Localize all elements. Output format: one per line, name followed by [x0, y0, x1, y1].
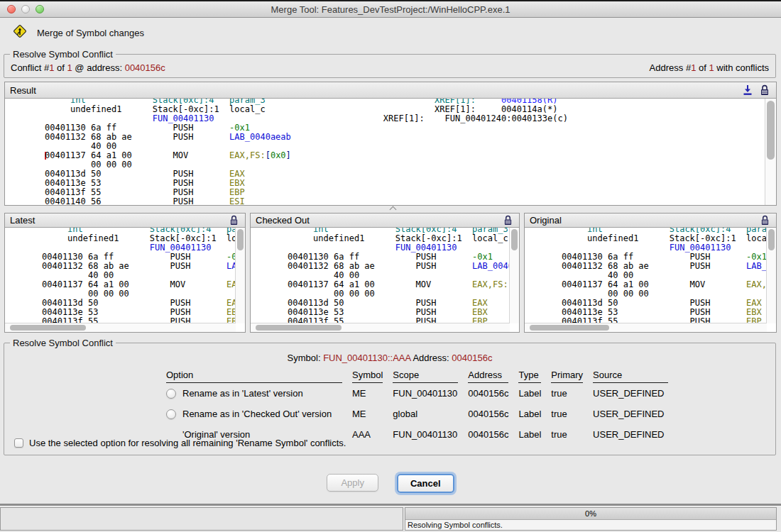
cell-scope: FUN_00401130	[393, 383, 468, 404]
cell-symbol: AAA	[352, 424, 393, 445]
column-header-address: Address	[468, 370, 518, 383]
cell-type: Label	[518, 424, 551, 445]
scroll-to-bottom-button[interactable]	[741, 84, 754, 96]
latest-listing[interactable]: int Stack[0xc]:4 param_3 undefined1 Stac…	[5, 228, 236, 323]
column-header-source: Source	[593, 370, 678, 383]
conflict-counter: Conflict #1 of 1 @ address: 0040156c	[11, 62, 165, 73]
lock-button[interactable]	[501, 214, 514, 226]
cell-address: 0040156c	[468, 424, 518, 445]
cell-type: Label	[518, 404, 551, 424]
lock-icon	[229, 215, 239, 226]
listing-line: 00401137 64 a1 00 MOV EAX,FS:[0x0]	[45, 151, 765, 160]
latest-horizontal-scrollbar[interactable]	[5, 323, 236, 332]
column-header-option: Option	[166, 370, 352, 383]
merge-sign-icon	[13, 24, 27, 41]
option-radio[interactable]	[166, 389, 176, 399]
resolve-conflict-group: Resolve Symbol Conflict Symbol: FUN_0040…	[4, 343, 776, 455]
conflict-info-group: Resolve Symbol Conflict Conflict #1 of 1…	[4, 54, 776, 78]
cell-source: USER_DEFINED	[593, 383, 678, 404]
original-horizontal-scrollbar[interactable]	[525, 323, 767, 332]
lock-icon	[760, 215, 770, 226]
listing-line: 00401140 56 PUSH ESI	[45, 197, 765, 205]
use-for-all-checkbox[interactable]	[14, 438, 23, 448]
scrollbar-thumb[interactable]	[237, 229, 244, 250]
cell-source: USER_DEFINED	[593, 424, 678, 445]
cell-source: USER_DEFINED	[593, 404, 678, 424]
cell-address: 0040156c	[468, 404, 518, 424]
status-left-panel	[0, 507, 403, 531]
original-vertical-scrollbar[interactable]	[766, 228, 776, 323]
group-title: Resolve Symbol Conflict	[10, 49, 116, 60]
checked-out-listing[interactable]: int Stack[0xc]:4 param_3 undefined1 Stac…	[251, 228, 510, 323]
scrollbar-thumb[interactable]	[10, 325, 86, 331]
symbol-info: Symbol: FUN_00401130::AAA Address: 00401…	[4, 353, 775, 363]
original-panel-title: Original	[530, 215, 562, 226]
panel-original: Original int Stack[0xc]:4 param_3 undefi…	[524, 213, 777, 333]
original-listing[interactable]: int Stack[0xc]:4 param_3 undefined1 Stac…	[525, 228, 767, 323]
column-header-symbol: Symbol	[352, 370, 393, 383]
scrollbar-thumb[interactable]	[511, 229, 518, 250]
cell-type: Label	[518, 383, 551, 404]
options-table: OptionSymbolScopeAddressTypePrimarySourc…	[166, 370, 678, 445]
lock-icon	[503, 215, 513, 226]
option-radio[interactable]	[166, 409, 176, 419]
panel-latest: Latest int Stack[0xc]:4 param_3 undefine…	[4, 213, 246, 333]
result-panel-header: Result	[5, 82, 776, 99]
column-header-type: Type	[518, 370, 551, 383]
option-label: Rename as in 'Checked Out' version	[182, 409, 332, 419]
result-panel-title: Result	[10, 85, 36, 96]
column-header-scope: Scope	[393, 370, 468, 383]
cell-primary: true	[551, 383, 593, 404]
option-row: Rename as in 'Checked Out' versionMEglob…	[166, 404, 678, 424]
status-divider	[0, 504, 781, 506]
scrollbar-thumb[interactable]	[530, 325, 610, 331]
lock-button[interactable]	[227, 214, 240, 226]
lock-button[interactable]	[758, 84, 771, 96]
scrollbar-thumb[interactable]	[768, 229, 775, 250]
titlebar: Merge Tool: Features_DevTestProject:/Win…	[0, 0, 781, 18]
scrollbar-thumb[interactable]	[256, 325, 341, 331]
address-counter: Address #1 of 1 with conflicts	[650, 62, 769, 73]
result-panel: Result int Stack[0xc]:4 param_3	[4, 82, 777, 206]
cell-scope: FUN_00401130	[393, 424, 468, 445]
result-listing[interactable]: int Stack[0xc]:4 param_3 XREF[1]: 004011…	[5, 99, 765, 205]
latest-panel-header: Latest	[5, 214, 245, 228]
merge-tool-window: { "titlebar": { "title": "Merge Tool: Fe…	[0, 0, 781, 532]
checked-out-horizontal-scrollbar[interactable]	[251, 323, 510, 332]
cell-primary: true	[551, 404, 593, 424]
progress-label: 0%	[585, 509, 596, 518]
cell-address: 0040156c	[468, 383, 518, 404]
scroll-to-bottom-icon	[743, 84, 753, 96]
option-label: Rename as in 'Latest' version	[182, 388, 303, 399]
option-row: Rename as in 'Latest' versionMEFUN_00401…	[166, 383, 678, 404]
status-message: Resolving Symbol conflicts.	[405, 520, 776, 529]
use-for-all-label: Use the selected option for resolving al…	[29, 438, 346, 448]
apply-button[interactable]: Apply	[327, 474, 378, 492]
status-right-panel: 0% Resolving Symbol conflicts.	[405, 507, 777, 531]
cancel-button[interactable]: Cancel	[397, 474, 454, 493]
cell-symbol: ME	[352, 383, 393, 404]
lock-button[interactable]	[758, 214, 771, 226]
window-title: Merge Tool: Features_DevTestProject:/Win…	[0, 4, 781, 15]
merge-header: Merge of Symbol changes	[13, 24, 144, 41]
lock-icon	[760, 84, 770, 96]
latest-vertical-scrollbar[interactable]	[235, 228, 245, 323]
column-header-primary: Primary	[551, 370, 593, 383]
horizontal-splitter[interactable]	[4, 205, 777, 212]
cell-primary: true	[551, 424, 593, 445]
use-for-all-row: Use the selected option for resolving al…	[14, 438, 346, 448]
checked-out-panel-header: Checked Out	[251, 214, 519, 228]
cell-symbol: ME	[352, 404, 393, 424]
checked-out-panel-title: Checked Out	[256, 215, 310, 226]
scrollbar-thumb[interactable]	[767, 101, 775, 160]
original-panel-header: Original	[525, 214, 776, 228]
listing-line: 00401132 68 ab ae PUSH LAB_0040aeab	[45, 133, 765, 142]
group-title: Resolve Symbol Conflict	[10, 338, 116, 348]
progress-bar: 0%	[405, 508, 776, 520]
cell-scope: global	[393, 404, 468, 424]
merge-phase-title: Merge of Symbol changes	[37, 28, 144, 38]
splitter-handle-icon	[390, 206, 397, 214]
checked-out-vertical-scrollbar[interactable]	[509, 228, 519, 323]
panel-checked-out: Checked Out int Stack[0xc]:4 param_3 und…	[250, 213, 520, 333]
result-vertical-scrollbar[interactable]	[765, 99, 776, 205]
